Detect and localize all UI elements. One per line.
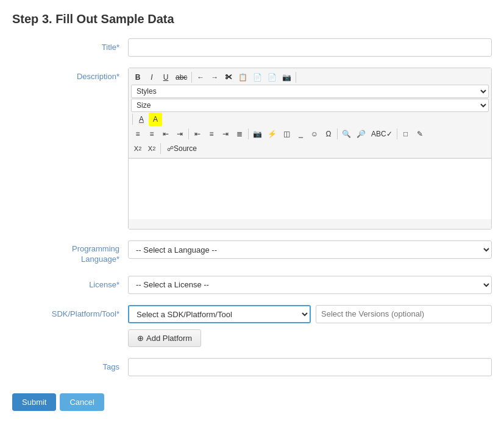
special-char-button[interactable]: Ω xyxy=(322,127,335,141)
page-title: Step 3. Fill Out Sample Data xyxy=(12,12,492,26)
italic-button[interactable]: I xyxy=(145,71,158,84)
align-right-button[interactable]: ⇥ xyxy=(219,127,232,141)
programming-language-label: ProgrammingLanguage* xyxy=(12,240,128,265)
add-platform-label: Add Platform xyxy=(146,334,192,343)
sdk-version-input[interactable] xyxy=(316,305,492,323)
programming-language-select[interactable]: -- Select a Language -- xyxy=(128,240,492,259)
tags-input[interactable] xyxy=(128,358,492,376)
paste-button[interactable]: 📄 xyxy=(250,71,264,84)
smiley-button[interactable]: ☺ xyxy=(308,127,321,141)
maximize-button[interactable]: □ xyxy=(399,127,413,141)
hr-button[interactable]: ⎯ xyxy=(294,127,307,141)
toolbar-separator-7 xyxy=(397,128,397,139)
spellcheck-button[interactable]: ABC✓ xyxy=(369,127,395,141)
align-left-button[interactable]: ⇤ xyxy=(191,127,204,141)
title-input[interactable] xyxy=(128,38,492,57)
image-button[interactable]: 📷 xyxy=(250,127,264,141)
source-button[interactable]: ☍ Source xyxy=(163,142,201,155)
indent-button[interactable]: ⇥ xyxy=(173,127,186,141)
cancel-button[interactable]: Cancel xyxy=(60,393,104,411)
description-editor: B I U abc ← → ✀ 📋 📄 📄 📷 Styles xyxy=(128,68,492,230)
find-replace-button[interactable]: 🔎 xyxy=(354,127,368,141)
toolbar-separator-4 xyxy=(188,128,189,139)
strikethrough-button[interactable]: abc xyxy=(173,71,190,84)
add-platform-button[interactable]: ⊕ Add Platform xyxy=(128,329,201,347)
size-select[interactable]: Size xyxy=(131,99,489,112)
toolbar-separator-8 xyxy=(160,143,161,154)
license-label: License* xyxy=(12,276,128,290)
outdent-button[interactable]: ⇤ xyxy=(159,127,172,141)
superscript-button[interactable]: X2 xyxy=(145,142,158,155)
find-button[interactable]: 🔍 xyxy=(339,127,353,141)
submit-button[interactable]: Submit xyxy=(12,393,56,411)
toolbar-separator-2 xyxy=(296,72,296,83)
source-label: Source xyxy=(174,144,197,153)
toolbar-separator-6 xyxy=(337,128,338,139)
flash-button[interactable]: ⚡ xyxy=(265,127,279,141)
underline-button[interactable]: U xyxy=(159,71,172,84)
align-center-button[interactable]: ≡ xyxy=(205,127,218,141)
paste-word-button[interactable]: 📄 xyxy=(265,71,279,84)
unordered-list-button[interactable]: ≡ xyxy=(145,127,158,141)
tags-label: Tags xyxy=(12,358,128,373)
bg-color-button[interactable]: A xyxy=(149,113,162,126)
add-platform-icon: ⊕ xyxy=(137,334,144,343)
sdk-platform-select[interactable]: Select a SDK/Platform/Tool xyxy=(128,305,311,323)
text-color-button[interactable]: A xyxy=(135,113,148,126)
table-button[interactable]: ◫ xyxy=(280,127,293,141)
toolbar-separator-5 xyxy=(248,128,249,139)
bold-button[interactable]: B xyxy=(131,71,144,84)
redo-button[interactable]: → xyxy=(208,71,221,84)
toolbar-separator-3 xyxy=(132,114,133,125)
align-justify-button[interactable]: ≣ xyxy=(233,127,246,141)
styles-select[interactable]: Styles xyxy=(131,85,489,98)
showblocks-button[interactable]: ✎ xyxy=(413,127,427,141)
undo-button[interactable]: ← xyxy=(194,71,207,84)
editor-footer xyxy=(129,219,491,229)
sdk-label: SDK/Platform/Tool* xyxy=(12,305,128,320)
paste-img-button[interactable]: 📷 xyxy=(280,71,294,84)
editor-content-area[interactable] xyxy=(129,158,491,219)
description-label: Description* xyxy=(12,68,128,82)
title-label: Title* xyxy=(12,38,128,53)
cut-button[interactable]: ✀ xyxy=(222,71,235,84)
license-select[interactable]: -- Select a License -- xyxy=(128,276,492,294)
form-buttons: Submit Cancel xyxy=(12,387,492,411)
subscript-button[interactable]: X2 xyxy=(131,142,144,155)
toolbar-separator-1 xyxy=(191,72,192,83)
copy-button[interactable]: 📋 xyxy=(236,71,250,84)
ordered-list-button[interactable]: ≡ xyxy=(131,127,144,141)
